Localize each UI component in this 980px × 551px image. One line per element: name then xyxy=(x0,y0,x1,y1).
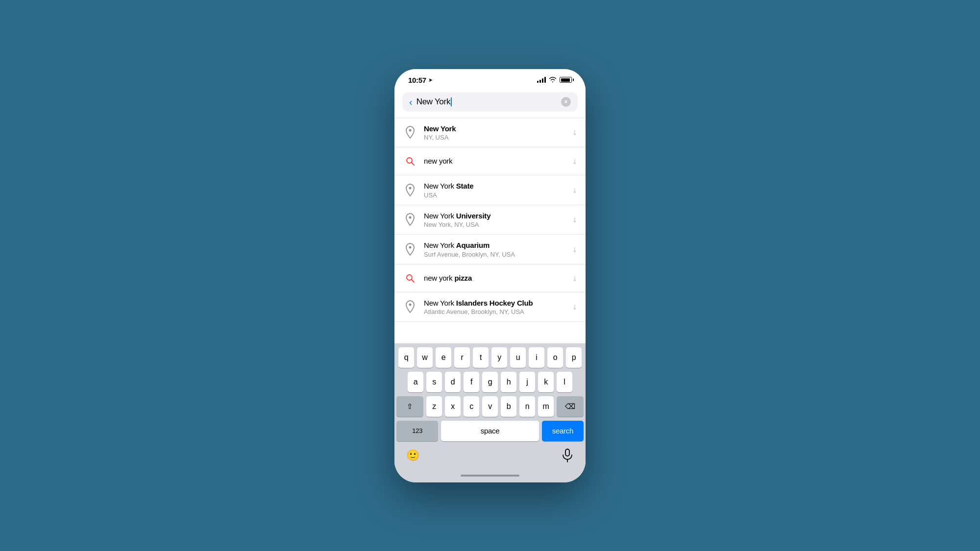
keyboard-row-2: a s d f g h j k l xyxy=(394,368,586,392)
key-n[interactable]: n xyxy=(519,396,535,417)
autofill-arrow-icon: ↙ xyxy=(570,302,580,311)
home-indicator xyxy=(394,469,586,482)
key-k[interactable]: k xyxy=(538,372,554,392)
pin-icon xyxy=(402,182,418,198)
result-title: new york xyxy=(424,156,566,166)
signal-icon xyxy=(537,77,546,83)
result-title: New York State xyxy=(424,181,566,191)
key-e[interactable]: e xyxy=(436,347,451,368)
result-title: New York Islanders Hockey Club xyxy=(424,298,566,308)
search-bar-container: ‹ New York × xyxy=(394,88,586,118)
autofill-arrow-icon: ↙ xyxy=(570,244,580,254)
result-item-new-york[interactable]: New York NY, USA ↙ xyxy=(394,118,586,148)
microphone-key[interactable] xyxy=(557,445,578,466)
result-item-new-york-search[interactable]: new york ↙ xyxy=(394,147,586,175)
result-subtitle: New York, NY, USA xyxy=(424,221,566,228)
key-a[interactable]: a xyxy=(408,372,423,392)
svg-rect-9 xyxy=(565,449,569,456)
shift-key[interactable]: ⇧ xyxy=(396,396,423,417)
key-p[interactable]: p xyxy=(566,347,582,368)
key-l[interactable]: l xyxy=(557,372,572,392)
status-time: 10:57 xyxy=(408,76,426,84)
result-text-new-york: New York NY, USA xyxy=(424,124,566,142)
key-i[interactable]: i xyxy=(529,347,544,368)
key-b[interactable]: b xyxy=(501,396,516,417)
result-title: New York Aquarium xyxy=(424,240,566,250)
key-v[interactable]: v xyxy=(482,396,498,417)
pin-icon xyxy=(402,241,418,257)
status-bar: 10:57 ➤ xyxy=(394,69,586,88)
key-g[interactable]: g xyxy=(482,372,498,392)
result-text-new-york-pizza: new york pizza xyxy=(424,273,566,283)
key-f[interactable]: f xyxy=(464,372,479,392)
result-text-new-york-university: New York University New York, NY, USA xyxy=(424,211,566,229)
svg-point-5 xyxy=(409,246,412,248)
key-q[interactable]: q xyxy=(398,347,414,368)
result-subtitle: Atlantic Avenue, Brooklyn, NY, USA xyxy=(424,308,566,315)
autofill-arrow-icon: ↙ xyxy=(570,185,580,195)
result-text-new-york-islanders: New York Islanders Hockey Club Atlantic … xyxy=(424,298,566,316)
result-title: New York xyxy=(424,124,566,134)
key-u[interactable]: u xyxy=(510,347,526,368)
autofill-arrow-icon: ↙ xyxy=(570,273,580,283)
keyboard-row-3: ⇧ z x c v b n m ⌫ xyxy=(394,392,586,417)
autofill-arrow-icon: ↙ xyxy=(570,127,580,137)
wifi-icon xyxy=(549,76,557,84)
key-c[interactable]: c xyxy=(464,396,479,417)
pin-icon xyxy=(402,212,418,227)
status-icons xyxy=(537,76,572,84)
result-subtitle: NY, USA xyxy=(424,134,566,141)
key-w[interactable]: w xyxy=(417,347,433,368)
svg-line-7 xyxy=(412,280,414,282)
result-subtitle: Surf Avenue, Brooklyn, NY, USA xyxy=(424,251,566,258)
keyboard-row-1: q w e r t y u i o p xyxy=(394,343,586,368)
emoji-key[interactable]: 🙂 xyxy=(402,445,423,466)
svg-point-0 xyxy=(409,129,412,132)
key-s[interactable]: s xyxy=(426,372,442,392)
results-list: New York NY, USA ↙ new york ↙ xyxy=(394,118,586,343)
result-title: New York University xyxy=(424,211,566,221)
clear-button[interactable]: × xyxy=(561,97,571,107)
result-subtitle: USA xyxy=(424,192,566,199)
result-item-new-york-aquarium[interactable]: New York Aquarium Surf Avenue, Brooklyn,… xyxy=(394,235,586,264)
key-x[interactable]: x xyxy=(445,396,461,417)
pin-icon xyxy=(402,124,418,140)
battery-icon xyxy=(560,77,572,83)
pin-icon xyxy=(402,299,418,314)
autofill-arrow-icon: ↙ xyxy=(570,156,580,166)
key-h[interactable]: h xyxy=(501,372,516,392)
result-item-new-york-pizza[interactable]: new york pizza ↙ xyxy=(394,264,586,292)
svg-point-3 xyxy=(409,187,412,189)
key-t[interactable]: t xyxy=(473,347,489,368)
key-z[interactable]: z xyxy=(426,396,442,417)
space-key[interactable]: space xyxy=(441,421,539,441)
delete-key[interactable]: ⌫ xyxy=(557,396,584,417)
keyboard: q w e r t y u i o p a s d f g h j k l ⇧ … xyxy=(394,343,586,482)
search-icon xyxy=(402,270,418,286)
search-bar[interactable]: ‹ New York × xyxy=(402,92,578,112)
autofill-arrow-icon: ↙ xyxy=(570,215,580,224)
keyboard-bottom-row: 123 space search xyxy=(394,417,586,445)
svg-point-8 xyxy=(409,304,412,306)
result-item-new-york-university[interactable]: New York University New York, NY, USA ↙ xyxy=(394,205,586,235)
svg-line-2 xyxy=(412,163,414,165)
key-y[interactable]: y xyxy=(491,347,507,368)
home-bar xyxy=(461,475,519,477)
svg-point-6 xyxy=(407,275,412,280)
result-text-new-york-search: new york xyxy=(424,156,566,166)
result-item-new-york-islanders[interactable]: New York Islanders Hockey Club Atlantic … xyxy=(394,292,586,322)
result-title: new york pizza xyxy=(424,273,566,283)
numbers-key[interactable]: 123 xyxy=(396,421,438,441)
key-o[interactable]: o xyxy=(547,347,563,368)
key-j[interactable]: j xyxy=(519,372,535,392)
phone-frame: 10:57 ➤ ‹ New York xyxy=(394,69,586,482)
key-d[interactable]: d xyxy=(445,372,461,392)
result-item-new-york-state[interactable]: New York State USA ↙ xyxy=(394,175,586,205)
keyboard-bottom-extras: 🙂 xyxy=(394,445,586,469)
result-text-new-york-state: New York State USA xyxy=(424,181,566,199)
search-input[interactable]: New York xyxy=(416,97,557,107)
back-button[interactable]: ‹ xyxy=(409,97,413,107)
key-r[interactable]: r xyxy=(454,347,470,368)
search-key[interactable]: search xyxy=(542,421,584,441)
key-m[interactable]: m xyxy=(538,396,554,417)
